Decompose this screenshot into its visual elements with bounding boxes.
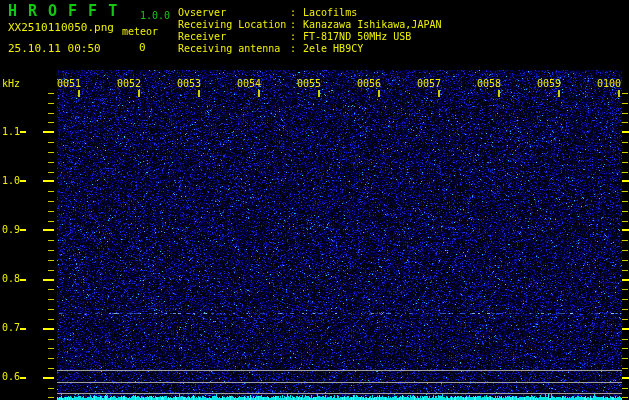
time-tick-label: 0054 — [219, 79, 279, 89]
info-colon: : — [290, 7, 303, 18]
info-label: Receiving antenna — [178, 43, 290, 54]
info-row-receiver: Receiver:FT-817ND 50MHz USB — [178, 31, 411, 42]
info-row-antenna: Receiving antenna:2ele HB9CY — [178, 43, 363, 54]
info-colon: : — [290, 19, 303, 30]
freq-tick-label: 0.8 — [0, 274, 20, 284]
freq-tick-label: 0.6 — [0, 372, 20, 382]
info-value: FT-817ND 50MHz USB — [303, 31, 411, 42]
freq-tick-label: 1.0 — [0, 176, 20, 186]
output-filename: XX2510110050.png — [8, 22, 114, 33]
app-version: 1.0.0 — [140, 10, 170, 21]
time-tick-label: 0058 — [459, 79, 519, 89]
time-tick-label: 0051 — [39, 79, 99, 89]
info-row-location: Receiving Location:Kanazawa Ishikawa,JAP… — [178, 19, 441, 30]
freq-tick-label: 0.7 — [0, 323, 20, 333]
info-value: Lacofilms — [303, 7, 357, 18]
info-value: 2ele HB9CY — [303, 43, 363, 54]
time-tick-label: 0057 — [399, 79, 459, 89]
info-value: Kanazawa Ishikawa,JAPAN — [303, 19, 441, 30]
spectrogram-canvas — [0, 0, 629, 400]
hrofft-window: HROFFT 1.0.0 XX2510110050.png meteor 25.… — [0, 0, 629, 400]
info-row-observer: Ovserver:Lacofilms — [178, 7, 357, 18]
info-label: Ovserver — [178, 7, 290, 18]
time-tick-label: 0100 — [579, 79, 629, 89]
time-tick-label: 0056 — [339, 79, 399, 89]
freq-axis-unit: kHz — [2, 78, 20, 89]
mode-label: meteor — [122, 26, 158, 37]
freq-tick-label: 1.1 — [0, 127, 20, 137]
echo-count: 0 — [139, 42, 146, 53]
datetime-label: 25.10.11 00:50 — [8, 43, 101, 54]
freq-tick-label: 0.9 — [0, 225, 20, 235]
time-tick-label: 0059 — [519, 79, 579, 89]
info-label: Receiver — [178, 31, 290, 42]
app-title: HROFFT — [8, 6, 128, 17]
time-tick-label: 0055 — [279, 79, 339, 89]
info-colon: : — [290, 31, 303, 42]
time-tick-label: 0053 — [159, 79, 219, 89]
info-label: Receiving Location — [178, 19, 290, 30]
time-tick-label: 0052 — [99, 79, 159, 89]
info-colon: : — [290, 43, 303, 54]
